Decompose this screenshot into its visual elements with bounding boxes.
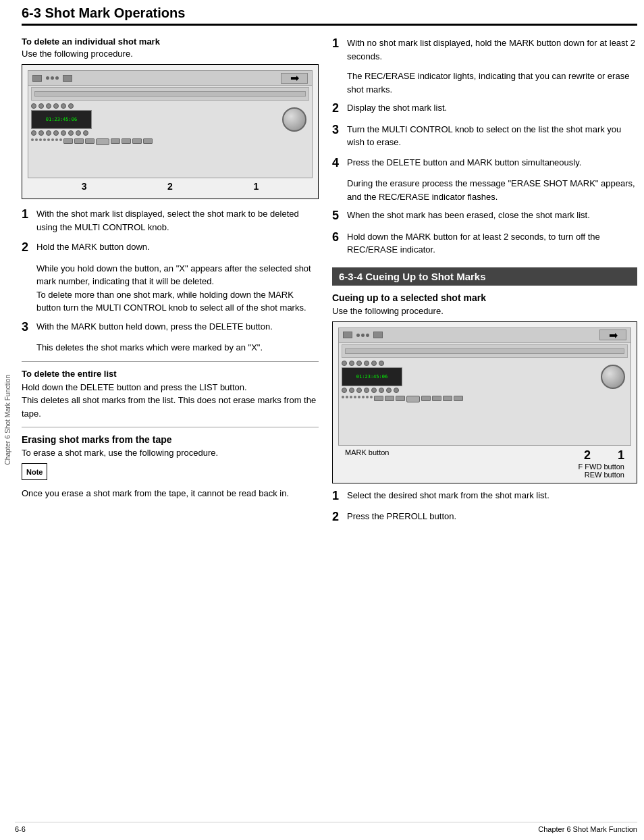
knob <box>371 388 377 393</box>
dot <box>356 334 360 337</box>
dot <box>354 396 356 398</box>
dev-icon <box>343 332 352 338</box>
dot <box>43 138 46 141</box>
step-content: Hold down the MARK button for at least 2… <box>347 230 637 257</box>
dev-icon-2 <box>63 75 72 82</box>
tape-area <box>31 87 309 101</box>
page-footer: 6-6 Chapter 6 Shot Mark Function <box>15 822 637 833</box>
device-btn <box>122 138 131 144</box>
device-btn <box>421 396 431 401</box>
dot <box>361 334 365 337</box>
knob <box>61 103 66 109</box>
dot <box>47 138 50 141</box>
tape-slot <box>345 348 624 354</box>
note-container: Note <box>22 463 319 484</box>
note-text: Once you erase a shot mark from the tape… <box>22 487 319 500</box>
device-inner-2: ➡ <box>338 327 631 446</box>
step-left-2: 2 Hold the MARK button down. <box>22 240 319 255</box>
device-diagram-1: ➡ <box>22 64 319 199</box>
dot <box>59 138 62 141</box>
device-btn-large <box>96 138 109 145</box>
knob <box>31 103 36 109</box>
step-num: 5 <box>332 209 347 224</box>
page-header: 6-3 Shot Mark Operations <box>22 0 637 26</box>
dot <box>358 396 360 398</box>
step-num: 3 <box>332 123 347 149</box>
erasing-title: Erasing shot marks from the tape <box>22 434 319 445</box>
device2-labels: MARK button 2 1 <box>338 446 631 463</box>
note-box: Note <box>22 463 47 480</box>
rew-label: REW button <box>585 471 624 479</box>
step-num: 2 <box>332 101 347 116</box>
device2-screen: 01:23:45:06 <box>342 367 402 386</box>
step-right-2: 2 Display the shot mark list. <box>332 101 637 116</box>
device-btn <box>132 138 142 144</box>
device-btn <box>111 138 120 144</box>
device2-bottom-row <box>339 394 630 404</box>
step-num: 3 <box>22 320 36 335</box>
device-btn <box>374 396 383 401</box>
step-left-1: 1 With the shot mark list displayed, sel… <box>22 207 319 234</box>
device2-labels-bottom: F FWD button <box>338 463 631 471</box>
device-btn <box>143 138 153 144</box>
step-num: 2 <box>22 240 36 255</box>
knob <box>46 103 51 109</box>
label-num-2: 2 <box>584 448 591 463</box>
dot <box>342 396 344 398</box>
device-btn <box>443 396 452 401</box>
number-labels: 2 1 <box>584 448 624 463</box>
divider-2 <box>22 427 319 427</box>
device-btn <box>385 396 394 401</box>
step-sub-2: While you hold down the button, an "X" a… <box>36 262 319 315</box>
step-sub-r1: The REC/ERASE indicator lights, indicati… <box>347 70 637 96</box>
step-content: When the shot mark has been erased, clos… <box>347 209 590 224</box>
device-btn <box>74 138 84 144</box>
dot <box>346 396 348 398</box>
multi-control-knob <box>282 107 306 132</box>
rew-label-container: REW button <box>338 471 631 479</box>
delete-entire-title: To delete the entire list <box>22 369 319 379</box>
knob <box>364 388 369 393</box>
dev2-left-section: 01:23:45:06 <box>342 361 416 393</box>
ffwd-label: F FWD button <box>579 463 624 471</box>
step-content: With the MARK button held down, press th… <box>36 320 273 335</box>
cueing-subtitle: Cueing up to a selected shot mark <box>332 292 637 303</box>
dev-knob-row2 <box>31 130 99 136</box>
step-num: 2 <box>332 510 347 525</box>
label-2: 2 <box>167 181 173 192</box>
knob <box>68 130 74 136</box>
step-right-3: 3 Turn the MULTI CONTROL knob to select … <box>332 123 637 149</box>
sidebar: Chapter 6 Shot Mark Function <box>0 0 15 840</box>
delete-individual-subtitle: Use the following procedure. <box>22 49 319 59</box>
dev-arrow: ➡ <box>599 330 626 340</box>
footer-right: Chapter 6 Shot Mark Function <box>538 825 637 833</box>
step-right-1: 1 With no shot mark list displayed, hold… <box>332 36 637 63</box>
dot <box>39 138 42 141</box>
knob <box>46 130 51 136</box>
device-diagram-2: ➡ <box>332 321 637 483</box>
dev-dots <box>356 334 369 337</box>
dot <box>366 396 369 398</box>
knob <box>53 103 59 109</box>
dev-dots-1 <box>46 76 59 80</box>
step-cue-1: 1 Select the desired shot mark from the … <box>332 489 637 504</box>
dev2-knob-row1 <box>342 361 416 366</box>
step-right-6: 6 Hold down the MARK button for at least… <box>332 230 637 257</box>
tape-area-2 <box>342 344 628 358</box>
dot <box>350 396 352 398</box>
step-num: 1 <box>22 207 36 234</box>
device-btn-large <box>406 396 420 402</box>
knob <box>53 130 59 136</box>
knob <box>38 103 44 109</box>
dev-arrow: ➡ <box>281 73 308 84</box>
bottom-buttons-2 <box>342 396 463 402</box>
screen-text2: 01:23:45:06 <box>356 374 387 379</box>
step-num: 1 <box>332 36 347 63</box>
knob <box>342 388 347 393</box>
screen-text: 01:23:45:06 <box>46 117 77 122</box>
dev-icon-1 <box>32 75 42 82</box>
dot <box>370 396 373 398</box>
knob <box>349 361 354 366</box>
step-left-3: 3 With the MARK button held down, press … <box>22 320 319 335</box>
step-content: Hold the MARK button down. <box>36 240 150 255</box>
